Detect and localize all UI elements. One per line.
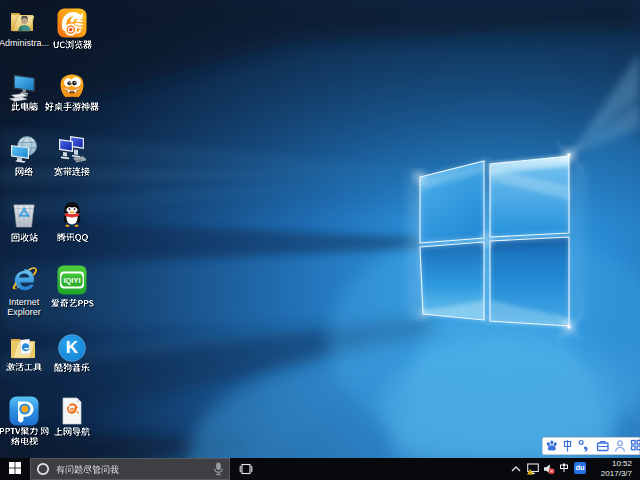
svg-text:iQIYI: iQIYI [63,276,80,285]
